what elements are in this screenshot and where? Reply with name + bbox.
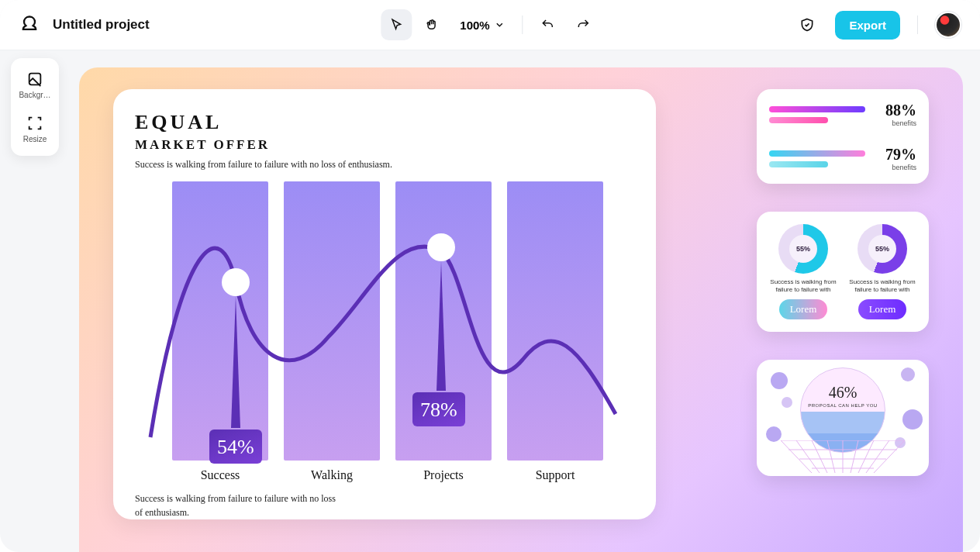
donut-item: 55% Success is walking from failure to f…	[848, 224, 916, 319]
progress-label: benefits	[885, 119, 916, 127]
app-logo-icon	[19, 14, 40, 36]
undo-button[interactable]	[533, 9, 564, 40]
user-avatar[interactable]	[935, 12, 961, 38]
donut-item: 55% Success is walking from failure to f…	[769, 224, 837, 319]
chart-callout: 54%	[209, 430, 262, 464]
resize-tool[interactable]: Resize	[14, 110, 56, 148]
donut-text: Success is walking from failure to failu…	[769, 278, 837, 295]
progress-bars	[769, 106, 876, 123]
svg-rect-0	[29, 74, 41, 85]
bubble-card[interactable]: 46% PROPOSAL CAN HELP YOU	[757, 360, 929, 476]
chart-footnote: Success is walking from failure to failu…	[135, 492, 336, 519]
chart-bar	[284, 181, 380, 461]
progress-row: 88% benefits	[769, 102, 916, 127]
hand-tool[interactable]	[416, 9, 447, 40]
redo-button[interactable]	[568, 9, 599, 40]
x-label: Success	[172, 468, 268, 482]
topbar: Untitled project 100% Export	[0, 0, 980, 50]
divider	[917, 16, 918, 34]
main-chart-card[interactable]: EQUAL MARKET OFFER Success is walking fr…	[113, 89, 656, 519]
bubble-icon	[901, 367, 915, 381]
bubble-icon	[782, 397, 792, 408]
bubble-icon	[902, 409, 923, 430]
resize-icon	[26, 115, 43, 132]
tool-label: Resize	[16, 135, 54, 143]
card-tagline: Success is walking from failure to failu…	[135, 159, 634, 171]
bubble-value: 46%	[829, 384, 858, 402]
undo-icon	[541, 18, 555, 32]
export-button[interactable]: Export	[835, 11, 900, 40]
donut-card[interactable]: 55% Success is walking from failure to f…	[757, 212, 929, 332]
chevron-down-icon	[495, 19, 506, 30]
canvas-tools: 100%	[381, 9, 599, 40]
chart-callout: 78%	[412, 392, 465, 426]
x-label: Support	[507, 468, 603, 482]
chart-x-labels: Success Walking Projects Support	[135, 468, 634, 482]
lorem-button[interactable]: Lorem	[779, 299, 828, 319]
bubble-icon	[771, 372, 788, 389]
progress-value: 79%	[885, 146, 916, 164]
right-column: 88% benefits 79% benefits	[757, 89, 929, 476]
bubble-icon	[766, 426, 782, 442]
donut-text: Success is walking from failure to failu…	[848, 278, 916, 295]
chart-area: 54% 78%	[135, 181, 634, 461]
progress-value: 88%	[885, 102, 916, 119]
tool-label: Backgr…	[16, 91, 54, 99]
progress-bars	[769, 150, 876, 167]
chart-bars	[135, 181, 634, 461]
pointer-tool[interactable]	[381, 9, 412, 40]
bubble-text: PROPOSAL CAN HELP YOU	[808, 403, 877, 408]
chart-bar	[507, 181, 603, 461]
card-title: EQUAL	[135, 111, 634, 134]
background-tool[interactable]: Backgr…	[14, 66, 56, 104]
left-toolbox: Backgr… Resize	[11, 58, 59, 156]
zoom-value: 100%	[460, 19, 489, 32]
donut-chart-icon: 55%	[858, 224, 907, 274]
card-subtitle: MARKET OFFER	[135, 137, 634, 153]
shield-check-icon	[799, 17, 815, 33]
x-label: Walking	[284, 468, 380, 482]
shield-button[interactable]	[792, 9, 823, 40]
x-label: Projects	[395, 468, 492, 482]
progress-card[interactable]: 88% benefits 79% benefits	[757, 89, 929, 184]
lorem-button[interactable]: Lorem	[858, 299, 907, 319]
progress-row: 79% benefits	[769, 146, 916, 171]
design-canvas[interactable]: EQUAL MARKET OFFER Success is walking fr…	[79, 67, 963, 552]
grid-floor-icon	[781, 440, 905, 473]
progress-label: benefits	[885, 164, 916, 171]
project-title[interactable]: Untitled project	[53, 17, 150, 33]
redo-icon	[577, 18, 591, 32]
background-icon	[26, 71, 43, 88]
zoom-dropdown[interactable]: 100%	[452, 19, 512, 32]
hand-icon	[425, 18, 439, 32]
chart-bar	[172, 181, 268, 461]
pointer-icon	[389, 18, 403, 32]
donut-chart-icon: 55%	[778, 224, 828, 274]
divider	[523, 16, 523, 34]
